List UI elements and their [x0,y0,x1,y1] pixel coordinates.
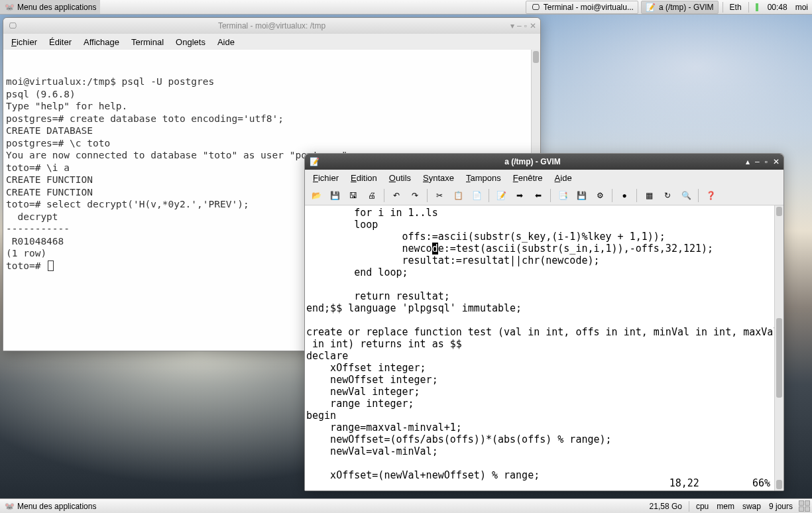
minimize-icon[interactable]: – [517,21,522,30]
terminal-icon: 🖵 [530,2,541,13]
menu-edition[interactable]: Edition [345,172,382,184]
close-icon[interactable]: ✕ [530,21,536,30]
close-icon[interactable]: ✕ [773,157,780,166]
redo-icon[interactable]: ↷ [406,187,424,204]
saveall-icon[interactable]: 🖫 [345,187,362,204]
menu-fenêtre[interactable]: Fenêtre [508,172,548,184]
cpu-label: cpu [696,502,709,511]
menu-syntaxe[interactable]: Syntaxe [418,172,459,184]
app-menu-button-bottom[interactable]: 🐭 Menu des applications [0,499,100,513]
menu-fichier[interactable]: Fichier [308,172,344,184]
workspace-switcher[interactable] [799,500,810,512]
help-icon[interactable]: ❓ [702,187,719,204]
task-label: Terminal - moi@virtualu... [544,3,634,12]
cursor-position: 18,22 [669,477,699,489]
cut-icon[interactable]: ✂ [431,187,448,204]
copy2-icon[interactable]: 📑 [554,187,571,204]
app-menu-label: Menu des applications [17,502,96,511]
maximize-icon[interactable]: ▫ [765,157,768,166]
user-menu[interactable]: moi [791,0,812,14]
taskbar-task-terminal[interactable]: 🖵 Terminal - moi@virtualu... [526,1,638,14]
clock-label: 00:48 [768,3,787,12]
gvim-icon: 📝 [646,2,656,13]
uptime-indicator[interactable]: 9 jours [765,499,797,513]
gvim-scrollbar[interactable] [774,205,783,490]
scroll-thumb[interactable] [776,318,782,398]
gvim-editor[interactable]: for i in 1..ls loop offs:=ascii(substr(s… [305,205,783,490]
panel-top: 🐭 Menu des applications 🖵 Terminal - moi… [0,0,812,15]
disk-label: 21,58 Go [650,502,682,511]
terminal-icon: 🖵 [7,21,18,31]
mem-indicator[interactable]: mem [713,499,738,513]
print-icon[interactable]: 🖨 [363,187,380,204]
save-icon[interactable]: 💾 [326,187,343,204]
terminal-titlebar[interactable]: 🖵 Terminal - moi@virtualux: /tmp ▾ – ▫ ✕ [3,18,540,34]
savedisk-icon[interactable]: 💾 [573,187,590,204]
scroll-button-up[interactable] [533,51,539,63]
network-indicator[interactable]: Eth [726,0,746,14]
network-label: Eth [730,3,742,12]
swap-indicator[interactable]: swap [738,499,765,513]
arrow-right-icon[interactable]: ➡ [511,187,528,204]
gvim-status: 18,22 66% [669,477,770,489]
maximize-icon[interactable]: ▫ [524,21,527,30]
mouse-icon: 🐭 [4,2,15,13]
task-label: a (/tmp) - GVIM [659,3,714,12]
terminal-menubar: Fichier Éditer Affichage Terminal Onglet… [3,34,540,50]
open-icon[interactable]: 📂 [308,187,325,204]
window-buttons: ▴ – ▫ ✕ [746,157,780,166]
find-icon[interactable]: 🔍 [677,187,695,204]
scroll-button-up[interactable] [776,207,782,216]
gears-icon[interactable]: ⚙ [591,187,609,204]
gvim-title: a (/tmp) - GVIM [323,157,742,166]
ball-icon[interactable]: ● [616,187,633,204]
paste-icon[interactable]: 📄 [468,187,485,204]
user-label: moi [795,3,808,12]
table-icon[interactable]: ▦ [640,187,658,204]
app-menu-button[interactable]: 🐭 Menu des applications [0,0,100,14]
menu-fichier[interactable]: Fichier [6,36,42,48]
refresh-icon[interactable]: ↻ [659,187,676,204]
gvim-toolbar: 📂💾🖫🖨↶↷✂📋📄📝➡⬅📑💾⚙●▦↻🔍❓ [305,186,783,205]
menu-outils[interactable]: Outils [384,172,416,184]
gvim-icon: 📝 [309,156,319,167]
arrow-left-icon[interactable]: ⬅ [530,187,547,204]
menu-affichage[interactable]: Affichage [78,36,125,48]
gvim-titlebar[interactable]: 📝 a (/tmp) - GVIM ▴ – ▫ ✕ [305,154,783,170]
cpu-indicator[interactable]: cpu [692,499,713,513]
scroll-percent: 66% [752,477,770,489]
menu-aide[interactable]: Aide [550,172,577,184]
menu-editer[interactable]: Éditer [44,36,77,48]
gvim-menubar: FichierEditionOutilsSyntaxeTamponsFenêtr… [305,170,783,186]
rollup-icon[interactable]: ▾ [510,21,514,30]
menu-aide[interactable]: Aide [212,36,240,48]
clock[interactable]: 00:48 [764,0,791,14]
gvim-window: 📝 a (/tmp) - GVIM ▴ – ▫ ✕ FichierEdition… [304,153,784,491]
tray-indicator[interactable] [752,0,764,14]
paste2-icon[interactable]: 📝 [493,187,510,204]
scroll-button-down[interactable] [776,480,782,489]
disk-indicator[interactable]: 21,58 Go [646,499,686,513]
mouse-icon: 🐭 [4,501,15,512]
panel-bottom: 🐭 Menu des applications 21,58 Go cpu mem… [0,498,812,513]
menu-tampons[interactable]: Tampons [461,172,506,184]
mem-label: mem [717,502,734,511]
window-buttons: ▾ – ▫ ✕ [510,21,536,30]
menu-terminal[interactable]: Terminal [126,36,169,48]
app-menu-label: Menu des applications [17,3,96,12]
taskbar-task-gvim[interactable]: 📝 a (/tmp) - GVIM [641,1,719,14]
minimize-icon[interactable]: – [755,157,760,166]
terminal-title: Terminal - moi@virtualux: /tmp [218,21,325,30]
copy-icon[interactable]: 📋 [449,187,467,204]
rollup-icon[interactable]: ▴ [746,157,750,166]
undo-icon[interactable]: ↶ [388,187,405,204]
menu-onglets[interactable]: Onglets [170,36,211,48]
swap-label: swap [742,502,761,511]
uptime-label: 9 jours [769,502,793,511]
